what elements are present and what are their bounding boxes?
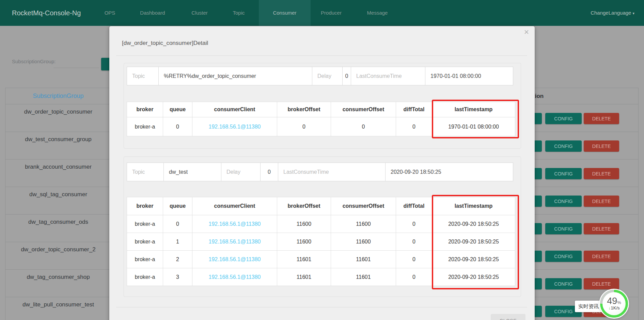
delete-button[interactable]: DELETE: [584, 223, 619, 234]
delay-label: Delay: [221, 163, 261, 181]
dialog-title: [dw_order_topic_consumer]Detail: [122, 40, 208, 47]
col-last-timestamp: lastTimestamp: [432, 197, 515, 215]
consumer-client-link[interactable]: 192.168.56.1@11380: [192, 233, 277, 251]
broker-cell: broker-a: [127, 233, 163, 251]
topic-label: Topic: [127, 67, 159, 85]
broker-offset-cell: 11600: [277, 215, 331, 233]
top-navbar: RocketMq-Console-Ng OPS Dashboard Cluste…: [0, 0, 644, 26]
broker-cell: broker-a: [127, 215, 163, 233]
close-icon[interactable]: ✕: [524, 29, 529, 35]
topic-value-field[interactable]: %RETRY%dw_order_topic_consumer: [158, 67, 312, 85]
delay-value-field[interactable]: 0: [342, 67, 351, 85]
col-broker: broker: [127, 102, 163, 117]
progress-circle-inner: 49% ↓1K/s: [602, 292, 626, 315]
delete-button[interactable]: DELETE: [584, 113, 619, 124]
download-speed: 1K/s: [611, 305, 619, 310]
nav-item-producer[interactable]: Producer: [315, 0, 347, 26]
broker-offset-cell: 11601: [277, 268, 331, 286]
consumer-client-link[interactable]: 192.168.56.1@11380: [192, 251, 277, 268]
nav-item-topic[interactable]: Topic: [227, 0, 250, 26]
subscription-group-input[interactable]: [53, 59, 99, 68]
col-queue: queue: [163, 102, 192, 117]
nav-item-message[interactable]: Message: [360, 0, 394, 26]
consumer-offset-cell: 11600: [331, 215, 396, 233]
row-label: dw_order_topic_consumer_2: [5, 246, 111, 253]
consumer-offset-cell: 11601: [331, 251, 396, 268]
close-button[interactable]: CLOSE: [491, 314, 525, 320]
consumer-queue-table: broker queue consumerClient brokerOffset…: [127, 102, 515, 136]
broker-cell: broker-a: [127, 268, 163, 286]
col-broker-offset: brokerOffset: [277, 102, 331, 117]
col-consumer-offset: consumerOffset: [331, 102, 396, 117]
col-consumer-client: consumerClient: [192, 197, 277, 215]
col-broker: broker: [127, 197, 163, 215]
delete-button[interactable]: DELETE: [584, 251, 619, 262]
delay-value-field[interactable]: 0: [260, 163, 278, 181]
config-button[interactable]: CONFIG: [545, 140, 582, 152]
config-button[interactable]: CONFIG: [545, 278, 582, 289]
diff-total-cell: 0: [396, 233, 432, 251]
diff-total-cell: 0: [396, 117, 432, 136]
config-button[interactable]: CONFIG: [545, 196, 582, 207]
delay-label: Delay: [312, 67, 343, 85]
consumer-offset-cell: 11601: [331, 268, 396, 286]
config-button[interactable]: CONFIG: [545, 113, 582, 124]
delete-button[interactable]: DELETE: [584, 196, 619, 207]
broker-cell: broker-a: [127, 117, 163, 136]
queue-cell: 0: [163, 215, 192, 233]
row-label: dw_test_consumer_group: [5, 136, 111, 143]
delete-button[interactable]: DELETE: [584, 140, 619, 152]
topic-info-row: Topic %RETRY%dw_order_topic_consumer Del…: [127, 67, 515, 85]
download-arrow-icon: ↓: [608, 306, 610, 310]
table-header-row: broker queue consumerClient brokerOffset…: [127, 197, 515, 215]
column-header-subscription-group[interactable]: SubscriptionGroup: [5, 88, 111, 104]
table-row: broker-a 3 192.168.56.1@11380 11601 1160…: [127, 268, 515, 286]
dw-test-topic-section: Topic dw_test Delay 0 LastConsumeTime 20…: [124, 156, 521, 297]
last-timestamp-cell: 2020-09-20 18:50:25: [432, 251, 515, 268]
table-header-row: broker queue consumerClient brokerOffset…: [127, 102, 515, 117]
col-consumer-client: consumerClient: [192, 102, 277, 117]
last-timestamp-cell: 2020-09-20 18:50:25: [432, 233, 515, 251]
col-broker-offset: brokerOffset: [277, 197, 331, 215]
brand-logo[interactable]: RocketMq-Console-Ng: [12, 0, 81, 26]
nav-item-ops[interactable]: OPS: [97, 0, 123, 26]
diff-total-cell: 0: [396, 251, 432, 268]
consumer-detail-dialog: ✕ [dw_order_topic_consumer]Detail Topic …: [109, 26, 535, 320]
delete-button[interactable]: DELETE: [584, 168, 619, 179]
percent-sign: %: [617, 300, 621, 305]
col-diff-total: diffTotal: [396, 102, 432, 117]
consumer-client-link[interactable]: 192.168.56.1@11380: [192, 215, 277, 233]
nav-item-consumer[interactable]: Consumer: [259, 0, 311, 26]
nav-item-dashboard[interactable]: Dashboard: [133, 0, 172, 26]
config-button[interactable]: CONFIG: [545, 251, 582, 262]
row-label: dw_order_topic_consumer: [5, 108, 111, 115]
last-consume-time-label: LastConsumeTime: [278, 163, 386, 181]
last-consume-time-field[interactable]: 1970-01-01 08:00:00: [425, 67, 513, 85]
config-button[interactable]: CONFIG: [545, 168, 582, 179]
consumer-client-link[interactable]: 192.168.56.1@11380: [192, 117, 277, 136]
queue-cell: 2: [163, 251, 192, 268]
change-language-dropdown[interactable]: ChangeLanguage▾: [591, 0, 634, 26]
nav-item-cluster[interactable]: Cluster: [187, 0, 213, 26]
queue-cell: 0: [163, 117, 192, 136]
topic-value-field[interactable]: dw_test: [163, 163, 221, 181]
progress-circle-widget[interactable]: 49% ↓1K/s: [600, 290, 628, 318]
chevron-down-icon: ▾: [632, 11, 634, 15]
broker-offset-cell: 0: [277, 117, 331, 136]
broker-cell: broker-a: [127, 251, 163, 268]
last-consume-time-field[interactable]: 2020-09-20 18:50:25: [385, 163, 513, 181]
delete-button[interactable]: DELETE: [584, 278, 619, 289]
table-row: broker-a 1 192.168.56.1@11380 11600 1160…: [127, 233, 515, 251]
topic-info-row: Topic dw_test Delay 0 LastConsumeTime 20…: [127, 163, 515, 181]
broker-offset-cell: 11600: [277, 233, 331, 251]
last-timestamp-cell: 2020-09-20 18:50:25: [432, 268, 515, 286]
row-label: dw_tag_consumer_shop: [5, 274, 111, 281]
progress-percent: 49: [607, 296, 617, 306]
consumer-client-link[interactable]: 192.168.56.1@11380: [192, 268, 277, 286]
config-button[interactable]: CONFIG: [545, 223, 582, 234]
retry-topic-section: Topic %RETRY%dw_order_topic_consumer Del…: [124, 63, 521, 149]
diff-total-cell: 0: [396, 268, 432, 286]
queue-cell: 1: [163, 233, 192, 251]
screen: SubscriptionGroup: SubscriptionGroup tio…: [0, 0, 644, 320]
consumer-queue-table: broker queue consumerClient brokerOffset…: [127, 197, 515, 286]
